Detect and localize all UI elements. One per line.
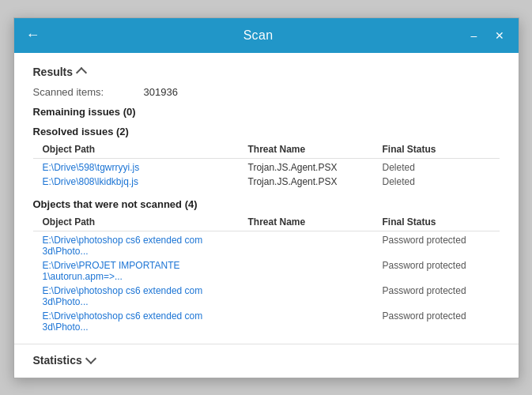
col-threat-label: Threat Name <box>248 144 383 155</box>
col-status-label-2: Final Status <box>383 216 500 228</box>
cell-path: E:\Drive\photoshop cs6 extended com 3d\P… <box>43 310 248 333</box>
table-row: E:\Drive\PROJET IMPORTANTE 1\autorun.apm… <box>33 258 500 284</box>
cell-path: E:\Drive\808\lkidkbjq.js <box>43 176 248 187</box>
table-row: E:\Drive\photoshop cs6 extended com 3d\P… <box>33 284 500 309</box>
cell-status: Password protected <box>383 260 500 282</box>
table-row: E:\Drive\photoshop cs6 extended com 3d\P… <box>33 309 500 334</box>
scan-window: ← Scan – ✕ Results Scanned items: 301936… <box>13 17 519 378</box>
cell-status: Password protected <box>383 285 500 307</box>
col-path-label: Object Path <box>43 144 248 155</box>
not-scanned-header: Objects that were not scanned (4) <box>33 198 500 210</box>
resolved-table: Object Path Threat Name Final Status E:\… <box>33 142 500 189</box>
cell-status: Deleted <box>383 162 500 173</box>
table-row: E:\Drive\photoshop cs6 extended com 3d\P… <box>33 233 500 258</box>
col-threat-label-2: Threat Name <box>248 216 383 228</box>
statistics-header[interactable]: Statistics <box>33 354 500 367</box>
minimize-button[interactable]: – <box>463 24 485 47</box>
not-scanned-table-header: Object Path Threat Name Final Status <box>33 215 500 231</box>
window-title: Scan <box>54 28 463 43</box>
cell-threat <box>248 260 383 282</box>
table-row: E:\Drive\598\tgwrryyi.js Trojan.JS.Agent… <box>33 160 500 175</box>
statistics-section: Statistics <box>14 344 519 378</box>
scanned-label: Scanned items: <box>33 86 144 98</box>
cell-threat: Trojan.JS.Agent.PSX <box>248 176 383 187</box>
results-label: Results <box>33 66 74 78</box>
close-button[interactable]: ✕ <box>489 24 511 47</box>
remaining-issues-header: Remaining issues (0) <box>33 106 500 118</box>
statistics-label: Statistics <box>33 354 82 367</box>
cell-status: Password protected <box>383 235 500 257</box>
cell-path: E:\Drive\photoshop cs6 extended com 3d\P… <box>43 235 248 257</box>
not-scanned-table: Object Path Threat Name Final Status E:\… <box>33 215 500 334</box>
scanned-items-row: Scanned items: 301936 <box>33 86 500 98</box>
titlebar: ← Scan – ✕ <box>14 18 519 53</box>
cell-threat: Trojan.JS.Agent.PSX <box>248 162 383 173</box>
cell-status: Deleted <box>383 176 500 187</box>
content-area: Results Scanned items: 301936 Remaining … <box>14 53 519 344</box>
back-button[interactable]: ← <box>22 27 44 43</box>
cell-path: E:\Drive\photoshop cs6 extended com 3d\P… <box>43 285 248 307</box>
results-section-header: Results <box>33 66 500 78</box>
table-row: E:\Drive\808\lkidkbjq.js Trojan.JS.Agent… <box>33 175 500 189</box>
col-path-label-2: Object Path <box>43 216 248 228</box>
cell-path: E:\Drive\598\tgwrryyi.js <box>43 162 248 173</box>
resolved-issues-header: Resolved issues (2) <box>33 126 500 137</box>
cell-threat <box>248 235 383 257</box>
scanned-value: 301936 <box>144 86 178 98</box>
cell-threat <box>248 285 383 307</box>
cell-status: Password protected <box>383 310 500 333</box>
chevron-up-icon <box>76 66 87 77</box>
cell-path: E:\Drive\PROJET IMPORTANTE 1\autorun.apm… <box>43 260 248 282</box>
resolved-table-header: Object Path Threat Name Final Status <box>33 142 500 159</box>
cell-threat <box>248 310 383 333</box>
col-status-label: Final Status <box>383 144 500 155</box>
chevron-down-icon <box>85 353 96 364</box>
window-controls: – ✕ <box>463 24 511 47</box>
